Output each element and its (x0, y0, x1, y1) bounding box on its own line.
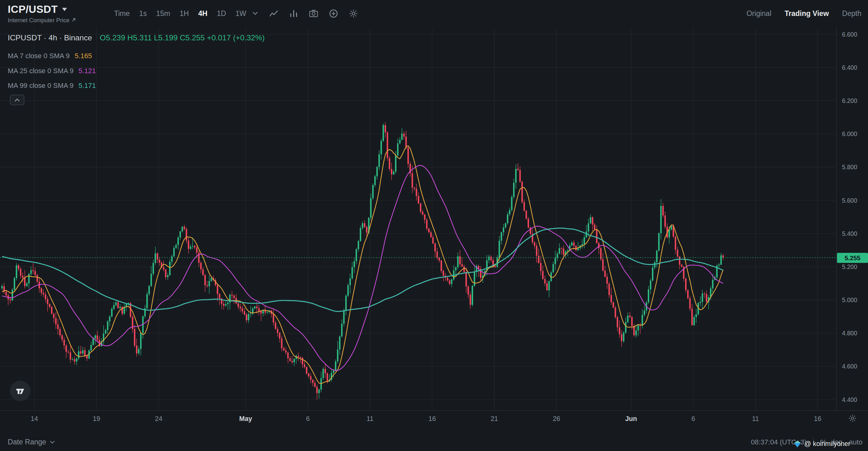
ma7-line (2, 146, 723, 384)
view-tab-original[interactable]: Original (746, 9, 771, 18)
interval-buttons: 1s15m1H4H1D1W (135, 7, 250, 19)
time-tick-label: 21 (491, 415, 498, 422)
time-tick-label: 16 (814, 415, 822, 422)
ma7-label: MA 7 close 0 SMA 9 (8, 52, 70, 59)
symbol-subtitle: Internet Computer Price (8, 17, 69, 23)
time-label: Time (114, 9, 130, 18)
bottom-bar: Date Range 08:37:04 (UTC+3) %logauto @ k… (0, 431, 868, 451)
interval-1w-button[interactable]: 1W (232, 7, 250, 19)
indicators-icon[interactable] (289, 8, 298, 18)
price-tick-label: 5.800 (842, 163, 857, 171)
time-tick-label: 24 (155, 415, 163, 422)
symbol-selector[interactable]: ICP/USDT (8, 3, 76, 16)
chevron-down-icon (50, 440, 55, 444)
line-chart-icon[interactable] (269, 8, 278, 18)
price-tick-label: 5.600 (842, 197, 857, 204)
time-tick-label: 16 (428, 415, 436, 422)
watermark-text: @ koinmilyoner (805, 440, 850, 448)
ma7-value: 5.165 (75, 52, 92, 59)
ma25-value: 5.121 (79, 67, 96, 74)
top-toolbar: ICP/USDT Internet Computer Price Time 1s… (0, 0, 868, 27)
interval-1d-button[interactable]: 1D (213, 7, 230, 19)
camera-icon[interactable] (309, 8, 318, 18)
symbol-title: ICP/USDT (8, 3, 58, 16)
interval-more-dropdown[interactable] (252, 11, 258, 15)
view-tab-trading-view[interactable]: Trading View (784, 9, 829, 18)
watermark: @ koinmilyoner (794, 440, 850, 448)
price-tick-label: 5.000 (842, 297, 857, 303)
ma25-line (2, 165, 723, 370)
interval-1s-button[interactable]: 1s (135, 7, 151, 19)
price-tick-label: 4.600 (842, 363, 857, 370)
time-tick-label: 6 (691, 415, 695, 422)
price-tick-label: 5.400 (842, 230, 857, 237)
ma7-row: MA 7 close 0 SMA 9 5.165 (8, 48, 265, 63)
interval-toolbar: Time 1s15m1H4H1D1W (114, 0, 358, 27)
gear-icon[interactable] (349, 8, 358, 18)
candles-layer (1, 122, 724, 400)
external-link-icon (72, 18, 76, 22)
price-tick-label: 6.000 (842, 130, 857, 137)
symbol-subtitle-link[interactable]: Internet Computer Price (8, 17, 76, 23)
watermark-logo-icon (794, 440, 801, 447)
ma99-line (2, 228, 723, 311)
price-tick-label: 5.200 (842, 263, 857, 270)
price-tick-label: 6.200 (842, 97, 857, 104)
price-tick-label: 4.800 (842, 330, 857, 336)
last-price-label: 5.255 (837, 253, 868, 263)
ma99-label: MA 99 close 0 SMA 9 (8, 82, 73, 89)
interval-15m-button[interactable]: 15m (152, 7, 174, 19)
ma25-label: MA 25 close 0 SMA 9 (8, 67, 73, 74)
ma-lines-layer (2, 146, 723, 384)
chart-tools (269, 8, 358, 18)
chevron-up-icon (14, 98, 20, 102)
symbol-block: ICP/USDT Internet Computer Price (8, 3, 76, 24)
date-range-label: Date Range (8, 438, 46, 446)
time-tick-label: 11 (752, 415, 759, 422)
interval-4h-button[interactable]: 4H (194, 7, 211, 19)
scale-auto-button[interactable]: auto (849, 438, 862, 446)
time-tick-label: 14 (31, 415, 38, 422)
chevron-down-icon (62, 8, 67, 11)
view-tab-depth[interactable]: Depth (842, 9, 861, 18)
time-axis-settings-icon[interactable] (848, 414, 857, 423)
ma99-row: MA 99 close 0 SMA 9 5.171 (8, 78, 265, 93)
time-tick-label: Jun (625, 415, 637, 422)
interval-1h-button[interactable]: 1H (176, 7, 193, 19)
tradingview-logo-icon (15, 386, 26, 396)
ma25-row: MA 25 close 0 SMA 9 5.121 (8, 63, 265, 78)
legend-symbol: ICPUSDT · 4h · Binance (8, 33, 92, 42)
tradingview-logo[interactable] (10, 381, 31, 401)
time-tick-label: May (239, 415, 252, 423)
legend-collapse-button[interactable] (10, 95, 24, 106)
ma99-value: 5.171 (79, 82, 96, 89)
time-tick-label: 11 (367, 415, 373, 422)
legend-ohlc: O5.239 H5.311 L5.199 C5.255 +0.017 (+0.3… (100, 33, 265, 42)
chevron-down-icon (252, 11, 258, 15)
price-tick-label: 6.400 (842, 64, 857, 71)
price-tick-label: 6.600 (842, 31, 857, 38)
date-range-button[interactable]: Date Range (8, 438, 55, 446)
time-tick-label: 6 (306, 415, 310, 422)
time-tick-label: 26 (553, 415, 560, 422)
price-tick-label: 4.400 (842, 396, 857, 403)
chart-legend: ICPUSDT · 4h · Binance O5.239 H5.311 L5.… (8, 33, 265, 93)
view-tabs: OriginalTrading ViewDepth (746, 0, 861, 27)
trading-chart-app: 6.6006.4006.2006.0005.8005.6005.4005.200… (0, 0, 868, 451)
add-circle-icon[interactable] (329, 8, 338, 18)
time-tick-label: 19 (93, 415, 100, 422)
